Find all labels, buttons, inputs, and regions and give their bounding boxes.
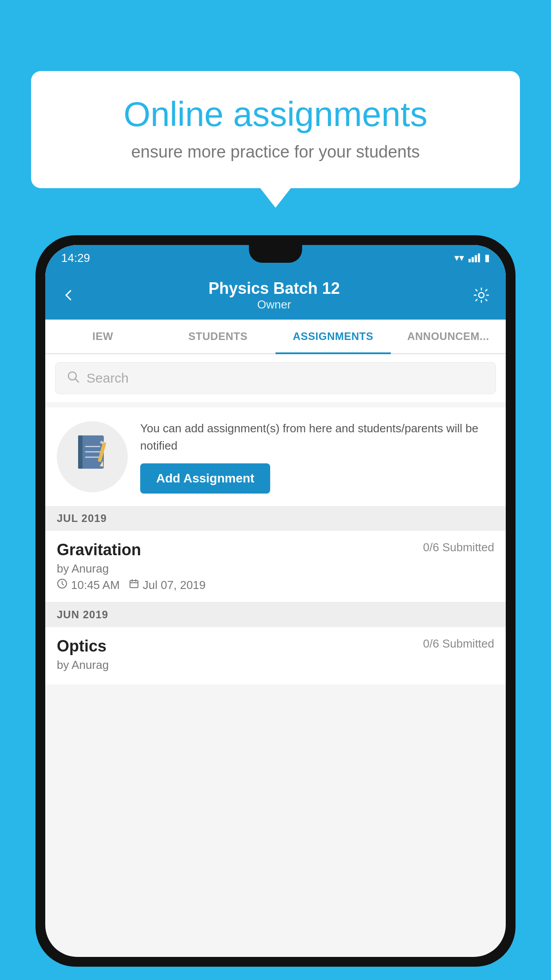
assignment-header: Gravitation 0/6 Submitted [57, 541, 494, 559]
assignment-title-optics: Optics [57, 637, 106, 656]
back-button[interactable] [59, 285, 78, 305]
tab-iew[interactable]: IEW [45, 320, 161, 353]
tabs-bar: IEW STUDENTS ASSIGNMENTS ANNOUNCEM... [45, 320, 506, 354]
assignment-item-optics[interactable]: Optics 0/6 Submitted by Anurag [45, 627, 506, 684]
phone-screen: 14:29 ▾▾ ▮ [45, 245, 506, 957]
speech-bubble-wrapper: Online assignments ensure more practice … [31, 71, 520, 188]
search-bar-wrapper: Search [45, 354, 506, 402]
clock-icon [57, 578, 67, 592]
svg-rect-11 [130, 581, 138, 588]
app-header: Physics Batch 12 Owner [45, 271, 506, 320]
assignment-by: by Anurag [57, 562, 494, 576]
header-title: Physics Batch 12 [209, 279, 340, 298]
status-time: 14:29 [61, 251, 90, 265]
assignment-time: 10:45 AM [71, 578, 120, 592]
assignment-header-optics: Optics 0/6 Submitted [57, 637, 494, 656]
header-subtitle: Owner [209, 298, 340, 312]
phone-frame: 14:29 ▾▾ ▮ [35, 235, 516, 967]
wifi-icon: ▾▾ [454, 252, 464, 264]
assignment-time-date: 10:45 AM Jul 07, 2019 [57, 578, 494, 592]
calendar-icon [129, 578, 139, 592]
svg-rect-3 [78, 435, 83, 469]
svg-point-0 [479, 292, 484, 298]
date-item: Jul 07, 2019 [129, 578, 206, 592]
tab-assignments[interactable]: ASSIGNMENTS [276, 320, 391, 353]
speech-bubble-subtitle: ensure more practice for your students [58, 142, 493, 162]
section-label-jul: JUL 2019 [45, 506, 506, 531]
promo-section: You can add assignment(s) from here and … [45, 407, 506, 506]
status-bar-right: ▾▾ ▮ [454, 252, 490, 264]
assignment-title: Gravitation [57, 541, 141, 559]
header-center: Physics Batch 12 Owner [209, 279, 340, 312]
promo-icon-circle [57, 421, 128, 492]
notebook-icon [75, 433, 110, 480]
section-label-jun: JUN 2019 [45, 602, 506, 627]
assignment-submitted-optics: 0/6 Submitted [423, 637, 494, 651]
assignment-item-gravitation[interactable]: Gravitation 0/6 Submitted by Anurag 10:4… [45, 531, 506, 602]
time-item: 10:45 AM [57, 578, 120, 592]
signal-icon [468, 253, 480, 262]
promo-text-section: You can add assignment(s) from here and … [140, 420, 494, 494]
settings-button[interactable] [470, 284, 492, 306]
search-icon [67, 370, 79, 387]
search-bar[interactable]: Search [55, 362, 496, 394]
search-placeholder: Search [87, 371, 129, 386]
tab-students[interactable]: STUDENTS [161, 320, 276, 353]
promo-description: You can add assignment(s) from here and … [140, 420, 494, 454]
tab-announcements[interactable]: ANNOUNCEM... [391, 320, 506, 353]
assignment-submitted: 0/6 Submitted [423, 541, 494, 554]
assignment-by-optics: by Anurag [57, 658, 494, 672]
speech-bubble-title: Online assignments [58, 95, 493, 134]
add-assignment-button[interactable]: Add Assignment [140, 463, 270, 494]
speech-bubble: Online assignments ensure more practice … [31, 71, 520, 188]
battery-icon: ▮ [484, 252, 490, 264]
assignment-date: Jul 07, 2019 [143, 578, 206, 592]
phone-notch [249, 245, 302, 263]
